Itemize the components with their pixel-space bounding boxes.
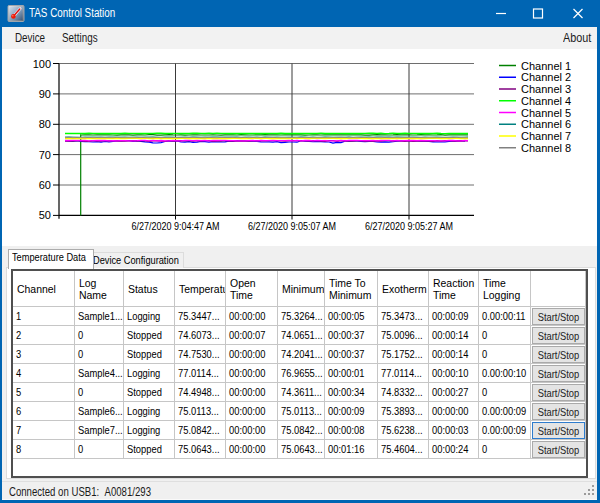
svg-text:Channel 8: Channel 8 [521, 142, 571, 154]
svg-text:70: 70 [39, 149, 51, 161]
svg-text:60: 60 [39, 179, 51, 191]
svg-text:6/27/2020 9:05:27 AM: 6/27/2020 9:05:27 AM [365, 220, 453, 232]
svg-text:Channel 1: Channel 1 [521, 60, 571, 72]
svg-text:Channel 4: Channel 4 [521, 95, 571, 107]
svg-text:Channel 3: Channel 3 [521, 83, 571, 95]
svg-text:6/27/2020 9:04:47 AM: 6/27/2020 9:04:47 AM [131, 220, 219, 232]
svg-text:Channel 6: Channel 6 [521, 118, 571, 130]
svg-text:50: 50 [39, 209, 51, 221]
svg-text:6/27/2020 9:05:07 AM: 6/27/2020 9:05:07 AM [248, 220, 336, 232]
svg-text:80: 80 [39, 118, 51, 130]
svg-text:Channel 7: Channel 7 [521, 130, 571, 142]
svg-text:100: 100 [33, 58, 51, 70]
svg-text:Channel 2: Channel 2 [521, 71, 571, 83]
svg-text:90: 90 [39, 88, 51, 100]
svg-text:Channel 5: Channel 5 [521, 107, 571, 119]
